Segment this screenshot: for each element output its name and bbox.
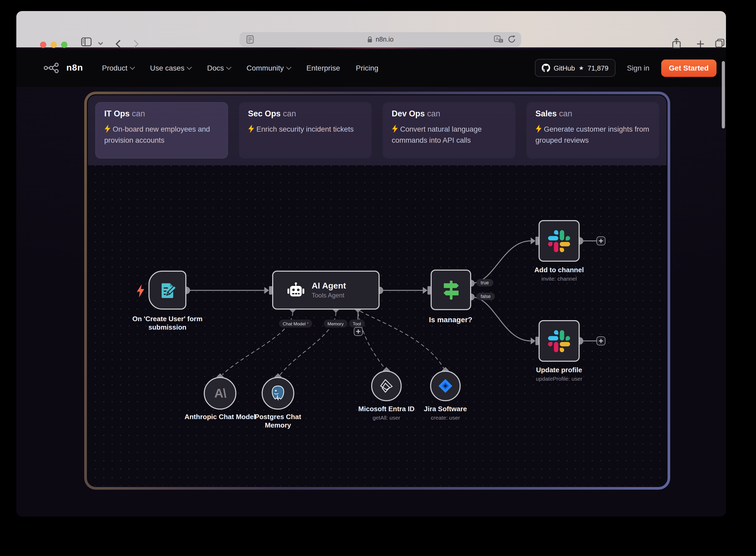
svg-text:文: 文 xyxy=(500,39,503,42)
node-subtitle: create: user xyxy=(406,415,485,421)
chevron-down-icon[interactable] xyxy=(98,42,103,45)
github-label: GitHub xyxy=(553,64,575,72)
reload-icon[interactable] xyxy=(507,35,516,44)
n8n-logo[interactable]: n8n xyxy=(44,62,83,74)
slack-icon xyxy=(548,330,570,352)
url-bar[interactable]: n8n.io A 文 xyxy=(240,32,521,47)
demo-panel: IT Ops can On-board new employees and pr… xyxy=(84,92,670,490)
browser-window: n8n.io A 文 xyxy=(16,11,726,517)
signpost-icon xyxy=(440,279,462,301)
node-jira-software[interactable] xyxy=(430,371,461,401)
nav-item-product[interactable]: Product xyxy=(102,64,134,72)
close-button[interactable] xyxy=(40,42,46,48)
chevron-down-icon xyxy=(286,65,291,70)
connector-pill-tool: Tool xyxy=(349,320,365,327)
lock-icon xyxy=(367,36,373,43)
node-label: Add to channel invite: channel xyxy=(519,266,599,282)
card-title: Sec Ops can xyxy=(248,109,363,118)
card-text: Enrich security incident tickets xyxy=(248,124,363,135)
node-slack-update-profile[interactable] xyxy=(539,320,580,362)
zoom-button[interactable] xyxy=(61,42,67,48)
sign-in-link[interactable]: Sign in xyxy=(627,64,649,72)
card-it-ops[interactable]: IT Ops can On-board new employees and pr… xyxy=(95,102,228,159)
github-button[interactable]: GitHub ★ 71,879 xyxy=(535,59,615,77)
node-is-manager[interactable] xyxy=(431,270,471,310)
tab-overview-icon[interactable] xyxy=(715,38,725,48)
entra-icon xyxy=(378,378,395,394)
lightning-icon xyxy=(392,125,398,133)
connector-pill-chat-model: Chat Model * xyxy=(279,320,312,327)
node-subtitle: updateProfile: user xyxy=(519,376,599,383)
chevron-down-icon xyxy=(130,65,135,70)
nav-item-docs[interactable]: Docs xyxy=(207,64,231,72)
node-ai-agent[interactable]: AI Agent Tools Agent xyxy=(272,271,380,310)
reader-icon[interactable] xyxy=(246,35,254,44)
card-text: On-board new employees and provision acc… xyxy=(104,124,219,146)
node-microsoft-entra-id[interactable] xyxy=(371,371,402,401)
forward-icon[interactable] xyxy=(133,39,139,48)
plus-icon xyxy=(356,329,360,334)
node-postgres-chat-memory[interactable] xyxy=(262,377,294,410)
node-slack-add-to-channel[interactable] xyxy=(539,220,580,262)
svg-text:A: A xyxy=(496,37,499,41)
persona-cards: IT Ops can On-board new employees and pr… xyxy=(88,95,667,165)
card-title: IT Ops can xyxy=(104,109,219,118)
add-node-button[interactable] xyxy=(597,337,605,345)
plus-icon xyxy=(599,239,603,243)
node-title: AI Agent xyxy=(312,281,346,291)
node-label: Jira Software create: user xyxy=(406,405,485,421)
nav-items: Product Use cases Docs Community Enterpr… xyxy=(102,64,378,72)
node-anthropic-chat-model[interactable]: A\ xyxy=(204,377,237,410)
get-started-button[interactable]: Get Started xyxy=(661,59,717,77)
output-label-false: false xyxy=(476,293,495,300)
nav-item-use-cases[interactable]: Use cases xyxy=(150,64,191,72)
page-content: IT Ops can On-board new employees and pr… xyxy=(16,87,726,517)
nav-item-pricing[interactable]: Pricing xyxy=(356,64,379,72)
share-icon[interactable] xyxy=(672,38,681,49)
card-title: Sales can xyxy=(535,109,650,118)
browser-chrome: n8n.io A 文 xyxy=(16,11,726,47)
card-sales[interactable]: Sales can Generate customer insights fro… xyxy=(527,102,659,159)
anthropic-icon: A\ xyxy=(214,386,226,401)
nav-item-enterprise[interactable]: Enterprise xyxy=(307,64,340,72)
chevron-down-icon xyxy=(226,65,231,70)
node-subtitle: Tools Agent xyxy=(312,292,346,299)
node-form-trigger[interactable] xyxy=(148,271,186,310)
traffic-lights xyxy=(40,42,67,48)
node-label: Is manager? xyxy=(414,315,488,324)
card-dev-ops[interactable]: Dev Ops can Convert natural language com… xyxy=(383,102,515,159)
lightning-icon xyxy=(104,125,111,133)
output-label-true: true xyxy=(476,279,493,286)
nav-item-community[interactable]: Community xyxy=(247,64,291,72)
required-asterisk: * xyxy=(307,321,309,326)
connector-pill-memory: Memory xyxy=(324,320,347,327)
minimize-button[interactable] xyxy=(50,42,57,48)
add-node-button[interactable] xyxy=(597,236,605,245)
jira-icon xyxy=(437,378,454,394)
nav-right: GitHub ★ 71,879 Sign in Get Started xyxy=(535,59,717,77)
card-title: Dev Ops can xyxy=(392,109,506,118)
new-tab-icon[interactable] xyxy=(696,40,705,48)
page-scrollbar[interactable] xyxy=(722,61,725,129)
card-sec-ops[interactable]: Sec Ops can Enrich security incident tic… xyxy=(239,102,372,159)
trigger-bolt-icon xyxy=(136,284,145,298)
node-label: Postgres Chat Memory xyxy=(241,413,315,430)
star-icon: ★ xyxy=(579,65,584,71)
translate-icon[interactable]: A 文 xyxy=(494,35,503,44)
workflow-canvas[interactable]: On 'Create User' form submission xyxy=(88,165,667,486)
plus-icon xyxy=(599,339,603,343)
n8n-logo-icon xyxy=(44,62,63,74)
slack-icon xyxy=(548,230,570,252)
lightning-icon xyxy=(248,125,254,133)
form-icon xyxy=(158,281,177,300)
back-icon[interactable] xyxy=(115,39,121,48)
lightning-icon xyxy=(535,125,542,133)
sidebar-icon[interactable] xyxy=(81,37,92,46)
card-text: Convert natural language commands into A… xyxy=(392,124,506,146)
demo-panel-inner: IT Ops can On-board new employees and pr… xyxy=(87,94,668,487)
add-tool-button[interactable] xyxy=(354,327,362,336)
site-nav: n8n Product Use cases Docs Community Ent… xyxy=(16,49,726,87)
github-star-count: 71,879 xyxy=(587,64,609,72)
card-text: Generate customer insights from grouped … xyxy=(535,124,650,146)
logo-text: n8n xyxy=(66,63,83,73)
